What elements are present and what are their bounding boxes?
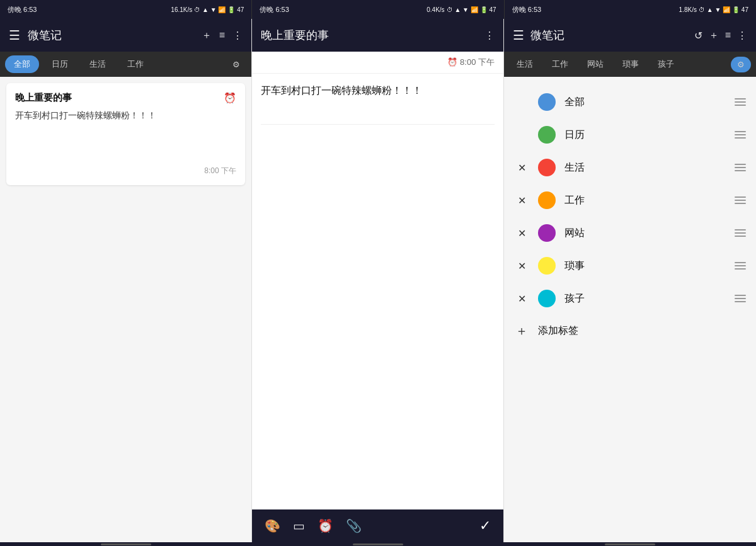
- tag-dot-website: [538, 224, 556, 242]
- panels: ☰ 微笔记 ＋ ≡ ⋮ 全部 日历 生活 工作 ⚙ 晚上重要的事 ⏰ 开车到村口…: [0, 19, 756, 542]
- home-bar: [0, 542, 756, 546]
- tag-row-life: ✕ 生活: [514, 151, 746, 184]
- tag-drag-kids[interactable]: [735, 295, 746, 302]
- tags-menu-icon[interactable]: ☰: [513, 28, 524, 43]
- tag-delete-kids[interactable]: ✕: [514, 293, 529, 305]
- tag-delete-work[interactable]: ✕: [514, 195, 529, 207]
- toolbar-check-icon[interactable]: ✓: [479, 518, 491, 534]
- time-3: 傍晚 6:53: [512, 5, 541, 14]
- home-line-1: [101, 543, 151, 545]
- tag-row-kids: ✕ 孩子: [514, 282, 746, 315]
- tag-drag-work[interactable]: [735, 196, 746, 204]
- list-menu-icon[interactable]: ☰: [9, 28, 20, 43]
- tag-add-label: 添加标签: [538, 324, 578, 338]
- toolbar-text-box-icon[interactable]: ▭: [293, 518, 305, 533]
- tag-row-website: ✕ 网站: [514, 217, 746, 249]
- home-indicator-2: [252, 542, 504, 546]
- tag-row-misc: ✕ 琐事: [514, 249, 746, 282]
- status-section-1: 傍晚 6:53 16.1K/s ⏱ ▲ ▼ 📶 🔋 47: [0, 0, 251, 19]
- tag-delete-life[interactable]: ✕: [514, 162, 529, 174]
- home-line-3: [605, 543, 655, 545]
- editor-divider: [261, 124, 495, 125]
- toolbar-alarm-icon[interactable]: ⏰: [318, 518, 333, 533]
- home-indicator-1: [0, 542, 252, 546]
- tags-add-icon[interactable]: ＋: [709, 29, 719, 42]
- tag-label-kids: 孩子: [564, 292, 726, 305]
- tag-label-website: 网站: [564, 227, 726, 240]
- editor-more-icon[interactable]: ⋮: [484, 30, 495, 42]
- tags-header: ☰ 微笔记 ↺ ＋ ≡ ⋮: [504, 19, 756, 52]
- tag-dot-kids: [538, 290, 556, 307]
- tag-drag-calendar[interactable]: [735, 131, 746, 139]
- tag-label-work: 工作: [564, 194, 726, 207]
- tag-label-all: 全部: [564, 96, 726, 109]
- tab-settings-list[interactable]: ⚙: [226, 57, 246, 72]
- tags-tab-misc[interactable]: 琐事: [615, 55, 646, 73]
- editor-alarm-display: ⏰ 8:00 下午: [447, 57, 495, 68]
- tab-work[interactable]: 工作: [118, 55, 152, 73]
- list-header: ☰ 微笔记 ＋ ≡ ⋮: [0, 19, 251, 52]
- tag-dot-life: [538, 159, 556, 176]
- list-view-icon[interactable]: ≡: [219, 30, 225, 41]
- tags-tab-work[interactable]: 工作: [544, 55, 576, 73]
- tag-label-life: 生活: [564, 161, 726, 174]
- note-card-header: 晚上重要的事 ⏰: [15, 92, 236, 104]
- note-card[interactable]: 晚上重要的事 ⏰ 开车到村口打一碗特辣螺蛳粉！！！ 8:00 下午: [6, 83, 245, 185]
- tag-dot-misc: [538, 257, 556, 275]
- list-more-icon[interactable]: ⋮: [232, 30, 243, 42]
- tag-dot-all: [538, 93, 556, 111]
- tag-row-work: ✕ 工作: [514, 184, 746, 217]
- tags-tab-website[interactable]: 网站: [580, 55, 611, 73]
- tag-add-row[interactable]: ＋ 添加标签: [514, 315, 746, 347]
- note-card-body: 开车到村口打一碗特辣螺蛳粉！！！: [15, 109, 236, 147]
- tags-app-title: 微笔记: [530, 28, 688, 43]
- status-icons-2: 0.4K/s ⏱ ▲ ▼ 📶 🔋 47: [427, 6, 496, 13]
- tag-add-icon[interactable]: ＋: [514, 322, 529, 339]
- tags-list-icon[interactable]: ≡: [725, 30, 731, 41]
- tag-row-all: 全部: [514, 86, 746, 118]
- status-section-3: 傍晚 6:53 1.8K/s ⏱ ▲ ▼ 📶 🔋 47: [504, 0, 756, 19]
- tag-dot-calendar: [538, 126, 556, 144]
- panel-tags: ☰ 微笔记 ↺ ＋ ≡ ⋮ 生活 工作 网站 琐事 孩子 ⚙ 全部: [504, 19, 756, 542]
- tags-list: 全部 日历 ✕ 生活 ✕ 工作: [504, 77, 756, 542]
- tag-drag-life[interactable]: [735, 164, 746, 171]
- status-icons-3: 1.8K/s ⏱ ▲ ▼ 📶 🔋 47: [679, 6, 748, 13]
- tag-delete-misc[interactable]: ✕: [514, 260, 529, 272]
- tags-tab-bar: 生活 工作 网站 琐事 孩子 ⚙: [504, 52, 756, 77]
- tags-sync-icon[interactable]: ↺: [694, 30, 702, 42]
- editor-content: 开车到村口打一碗特辣螺蛳粉！！！: [261, 85, 422, 96]
- tags-more-icon[interactable]: ⋮: [737, 30, 747, 42]
- tags-tab-kids[interactable]: 孩子: [650, 55, 682, 73]
- tag-drag-website[interactable]: [735, 229, 746, 237]
- tags-tab-settings[interactable]: ⚙: [731, 57, 751, 72]
- tags-tab-life[interactable]: 生活: [509, 55, 541, 73]
- tag-drag-misc[interactable]: [735, 262, 746, 270]
- home-line-2: [353, 543, 403, 545]
- editor-toolbar: 🎨 ▭ ⏰ 📎 ✓: [252, 509, 503, 542]
- note-card-time: 8:00 下午: [204, 166, 236, 176]
- tab-life[interactable]: 生活: [81, 55, 115, 73]
- tag-drag-all[interactable]: [735, 98, 746, 106]
- tab-all[interactable]: 全部: [5, 55, 39, 73]
- time-1: 傍晚 6:53: [8, 5, 37, 14]
- toolbar-attach-icon[interactable]: 📎: [346, 518, 362, 533]
- status-section-2: 傍晚 6:53 0.4K/s ⏱ ▲ ▼ 📶 🔋 47: [251, 0, 503, 19]
- note-list-content: 晚上重要的事 ⏰ 开车到村口打一碗特辣螺蛳粉！！！ 8:00 下午: [0, 77, 251, 542]
- editor-title: 晚上重要的事: [261, 28, 477, 43]
- panel-list: ☰ 微笔记 ＋ ≡ ⋮ 全部 日历 生活 工作 ⚙ 晚上重要的事 ⏰ 开车到村口…: [0, 19, 252, 542]
- tab-calendar[interactable]: 日历: [43, 55, 77, 73]
- tag-delete-website[interactable]: ✕: [514, 227, 529, 239]
- note-card-title: 晚上重要的事: [15, 92, 72, 104]
- status-bar: 傍晚 6:53 16.1K/s ⏱ ▲ ▼ 📶 🔋 47 傍晚 6:53 0.4…: [0, 0, 756, 19]
- panel-editor: 晚上重要的事 ⋮ ⏰ 8:00 下午 开车到村口打一碗特辣螺蛳粉！！！ 🎨 ▭ …: [252, 19, 504, 542]
- editor-header: 晚上重要的事 ⋮: [252, 19, 503, 52]
- tag-row-calendar: 日历: [514, 118, 746, 151]
- list-add-icon[interactable]: ＋: [202, 29, 212, 42]
- editor-meta: ⏰ 8:00 下午: [252, 52, 503, 74]
- list-app-title: 微笔记: [28, 28, 194, 43]
- editor-body[interactable]: 开车到村口打一碗特辣螺蛳粉！！！: [252, 74, 503, 509]
- time-2: 傍晚 6:53: [260, 5, 289, 14]
- home-indicator-3: [504, 542, 756, 546]
- status-icons-1: 16.1K/s ⏱ ▲ ▼ 📶 🔋 47: [171, 6, 244, 13]
- toolbar-palette-icon[interactable]: 🎨: [265, 518, 280, 533]
